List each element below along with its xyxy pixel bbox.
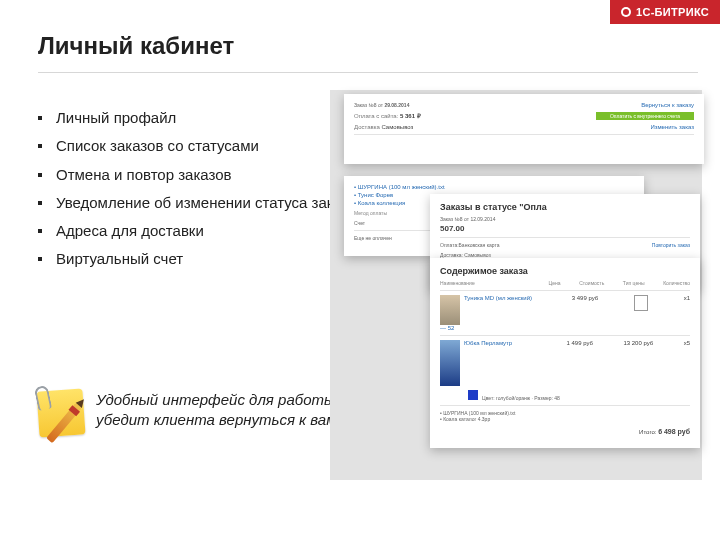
list-item: Адреса для доставки (38, 221, 338, 241)
pay-button: Оплатить с внутреннего счета (596, 112, 694, 120)
list-item: Уведомление об изменении статуса заказа (38, 193, 338, 213)
list-item: Виртуальный счет (38, 249, 338, 269)
list-item: Отмена и повтор заказов (38, 165, 338, 185)
feature-list: Личный профайл Список заказов со статуса… (38, 108, 338, 278)
list-item: Личный профайл (38, 108, 338, 128)
tagline-block: Удобный интерфейс для работы убедит клие… (38, 390, 358, 450)
product-thumb (440, 295, 460, 325)
screenshots-panel: Заказ №8 от 29.08.2014 Вернуться к заказ… (330, 90, 702, 480)
back-link: Вернуться к заказу (641, 102, 694, 108)
product-thumb (440, 340, 460, 386)
brand-badge: 1С-БИТРИКС (610, 0, 720, 24)
screenshot-order-summary: Заказ №8 от 29.08.2014 Вернуться к заказ… (344, 94, 704, 164)
brand-label: 1С-БИТРИКС (636, 6, 709, 18)
screenshot-order-contents: Содержимое заказа Наименование Цена Стои… (430, 258, 700, 448)
tagline-text: Удобный интерфейс для работы убедит клие… (96, 390, 358, 431)
title-rule (38, 72, 698, 73)
pencil-note-icon (38, 390, 88, 450)
brand-logo-icon (621, 7, 631, 17)
page-title: Личный кабинет (38, 32, 234, 60)
list-item: Список заказов со статусами (38, 136, 338, 156)
